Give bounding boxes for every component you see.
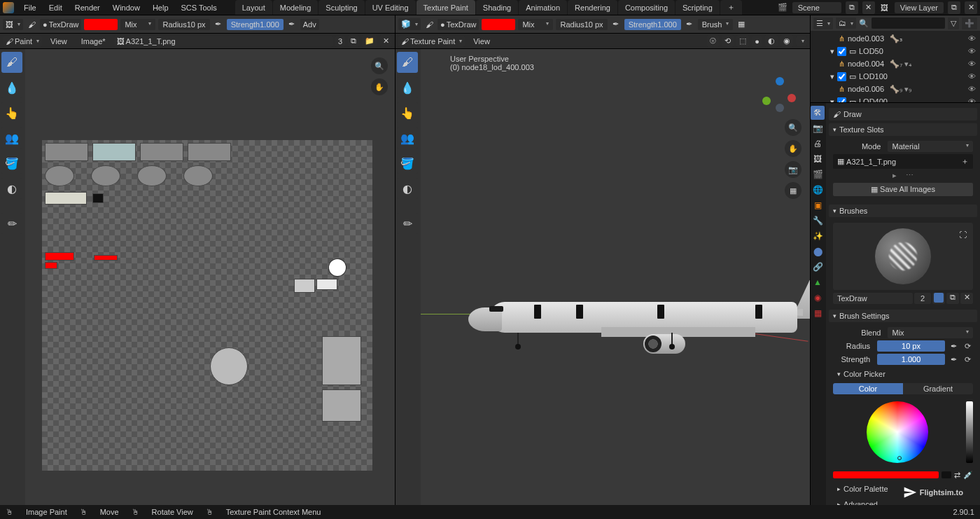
add-slot-button[interactable]: ＋: [961, 156, 969, 167]
tab-rendering[interactable]: Rendering: [568, 0, 617, 15]
brush-name-field[interactable]: TexDraw: [833, 293, 913, 304]
radius-field[interactable]: Radius 10 px: [556, 19, 607, 30]
tab-shading[interactable]: Shading: [476, 0, 518, 15]
mode-dropdown[interactable]: 🖌 Paint: [3, 36, 42, 47]
ptab-tool[interactable]: 🛠: [811, 106, 825, 120]
image-open-button[interactable]: 📁: [362, 35, 377, 47]
new-collection-button[interactable]: ➕: [962, 18, 977, 29]
zoom-icon[interactable]: 🔍: [371, 57, 388, 74]
ptab-physics[interactable]: ⬤: [811, 244, 825, 258]
tab-layout[interactable]: Layout: [235, 0, 272, 15]
brush-datablock[interactable]: ● TexDraw: [40, 19, 81, 30]
value-slider[interactable]: [966, 401, 973, 463]
color-mode-color[interactable]: Color: [833, 383, 903, 394]
ptab-material[interactable]: ◉: [811, 291, 825, 305]
tool-fill[interactable]: 🪣: [1, 153, 22, 174]
outliner-item[interactable]: ▾▭LOD50👁: [811, 45, 980, 57]
tool-annotate[interactable]: ✏: [397, 213, 418, 234]
tool-smear[interactable]: 👆: [1, 102, 22, 123]
visibility-toggle[interactable]: 👁: [968, 85, 976, 93]
overlays-toggle[interactable]: ⦾: [707, 35, 719, 47]
radius-field[interactable]: Radius 10 px: [158, 19, 209, 30]
strength-field[interactable]: 1.000: [877, 354, 945, 365]
outliner-tree[interactable]: ⋔node0.003🦴₃👁 ▾▭LOD50👁 ⋔node0.004🦴₇ ▾₄👁 …: [811, 31, 980, 102]
disclosure-icon[interactable]: ▾: [830, 47, 834, 56]
menu-window[interactable]: Window: [107, 2, 146, 13]
menu-edit[interactable]: Edit: [43, 2, 68, 13]
color-mode-toggle[interactable]: Color Gradient: [833, 383, 973, 394]
eyedropper-icon[interactable]: 💉: [963, 471, 973, 480]
ptab-object[interactable]: ▣: [811, 198, 825, 212]
brush-datablock[interactable]: ● TexDraw: [438, 19, 479, 30]
editor-type-dropdown[interactable]: 🖼: [3, 19, 23, 30]
brush-new-button[interactable]: ⧉: [946, 293, 959, 304]
menu-render[interactable]: Render: [69, 2, 106, 13]
radius-pressure-icon[interactable]: ✒: [610, 19, 622, 30]
submenu-view[interactable]: View: [45, 36, 73, 47]
blend-mode-select[interactable]: Mix: [120, 19, 155, 30]
panel-brushes[interactable]: Brushes: [829, 205, 977, 217]
tool-fill[interactable]: 🪣: [397, 153, 418, 174]
strength-pressure-icon[interactable]: ✒: [948, 354, 959, 365]
texture-slot-item[interactable]: ▦ A321_1_T.png ＋: [833, 154, 973, 169]
brush-unlink-button[interactable]: ✕: [960, 293, 973, 304]
shading-matprev[interactable]: ◐: [765, 35, 778, 47]
brush-color-swatch[interactable]: [84, 19, 118, 30]
shading-rendered[interactable]: ◉: [780, 35, 793, 47]
visibility-toggle[interactable]: 👁: [968, 34, 976, 43]
tool-soften[interactable]: 💧: [1, 77, 22, 98]
scene-new-button[interactable]: ⧉: [846, 1, 858, 14]
tool-mask[interactable]: ◐: [1, 178, 22, 199]
nav-gizmo[interactable]: [762, 77, 797, 112]
ptab-viewlayer[interactable]: 🖼: [811, 152, 825, 166]
collection-checkbox[interactable]: [837, 72, 846, 81]
blend-select[interactable]: Mix: [888, 327, 973, 338]
advanced-button[interactable]: Adv: [300, 19, 319, 30]
ptab-world[interactable]: 🌐: [811, 183, 825, 197]
outliner-item[interactable]: ▾▭LOD400👁: [811, 95, 980, 102]
radius-pressure-icon[interactable]: ✒: [213, 19, 224, 30]
tab-sculpting[interactable]: Sculpting: [318, 0, 364, 15]
color-mode-gradient[interactable]: Gradient: [903, 383, 973, 394]
color-wheel[interactable]: [867, 401, 928, 463]
visibility-toggle[interactable]: 👁: [968, 60, 976, 68]
ptab-particles[interactable]: ✨: [811, 229, 825, 243]
tool-mask[interactable]: ◐: [397, 178, 418, 199]
radius-field[interactable]: 10 px: [877, 340, 945, 352]
tab-modeling[interactable]: Modeling: [273, 0, 318, 15]
ptab-scene[interactable]: 🎬: [811, 167, 825, 181]
strength-pressure-icon[interactable]: ✒: [684, 19, 695, 30]
scene-name-field[interactable]: Scene: [792, 2, 841, 13]
outliner-item[interactable]: ⋔node0.003🦴₃👁: [811, 32, 980, 45]
save-all-images-button[interactable]: ▦ Save All Images: [833, 183, 973, 196]
menu-file[interactable]: File: [18, 2, 42, 13]
gizmo-toggle[interactable]: ⟲: [722, 35, 734, 47]
viewport-canvas[interactable]: User Perspective (0) node18_lod_400.003: [421, 49, 810, 505]
strength-field[interactable]: Strength 1.000: [227, 19, 284, 30]
collection-checkbox[interactable]: [837, 47, 846, 56]
camera-view-icon[interactable]: 📷: [785, 161, 802, 178]
ptab-modifier[interactable]: 🔧: [811, 214, 825, 228]
tool-annotate[interactable]: ✏: [1, 213, 22, 234]
pan-icon[interactable]: ✋: [371, 78, 388, 95]
collection-checkbox[interactable]: [837, 97, 846, 103]
strength-field[interactable]: Strength 1.000: [624, 19, 681, 30]
mode-select[interactable]: Material: [888, 141, 973, 152]
brush-users[interactable]: 2: [914, 293, 931, 304]
tool-draw[interactable]: 🖌: [1, 52, 22, 73]
panel-texture-slots[interactable]: Texture Slots: [829, 123, 977, 136]
outliner-item[interactable]: ⋔node0.006🦴₉ ▾₉👁: [811, 83, 980, 95]
ptab-output[interactable]: 🖨: [811, 137, 825, 151]
brush-preview-expand[interactable]: ⛶: [957, 230, 969, 240]
disclosure-icon[interactable]: ▾: [830, 72, 834, 81]
visibility-toggle[interactable]: 👁: [968, 72, 976, 81]
outliner-item[interactable]: ⋔node0.004🦴₇ ▾₄👁: [811, 57, 980, 70]
ptab-constraints[interactable]: 🔗: [811, 260, 825, 274]
tool-soften[interactable]: 💧: [397, 77, 418, 98]
outliner-search[interactable]: [872, 18, 945, 29]
subpanel-color-picker[interactable]: Color Picker: [833, 368, 973, 380]
viewlayer-new-button[interactable]: ⧉: [948, 1, 960, 14]
perspective-toggle-icon[interactable]: ▦: [785, 182, 802, 199]
image-new-button[interactable]: ⧉: [348, 35, 359, 47]
shading-solid[interactable]: ●: [752, 36, 762, 47]
